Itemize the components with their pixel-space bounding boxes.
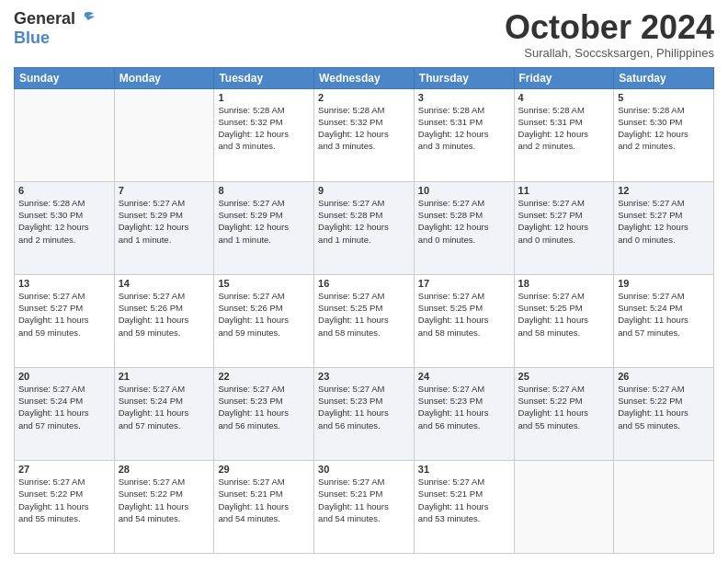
calendar-day-cell: 20Sunrise: 5:27 AM Sunset: 5:24 PM Dayli… [15,367,115,460]
weekday-header: Friday [514,67,614,88]
day-info: Sunrise: 5:27 AM Sunset: 5:21 PM Dayligh… [418,476,510,524]
calendar-day-cell: 7Sunrise: 5:27 AM Sunset: 5:29 PM Daylig… [114,181,214,274]
day-info: Sunrise: 5:28 AM Sunset: 5:32 PM Dayligh… [218,104,310,153]
day-number: 17 [418,278,510,289]
day-number: 24 [418,371,510,382]
day-number: 1 [218,92,310,103]
weekday-header: Wednesday [314,67,415,88]
day-number: 20 [18,371,110,382]
logo-bird-icon [77,11,97,28]
day-info: Sunrise: 5:27 AM Sunset: 5:26 PM Dayligh… [119,290,210,339]
calendar-day-cell: 17Sunrise: 5:27 AM Sunset: 5:25 PM Dayli… [414,274,514,367]
calendar-day-cell [514,460,614,553]
day-info: Sunrise: 5:27 AM Sunset: 5:23 PM Dayligh… [218,383,310,431]
day-number: 23 [318,371,410,382]
calendar-day-cell: 27Sunrise: 5:27 AM Sunset: 5:22 PM Dayli… [15,460,115,553]
day-number: 4 [518,92,610,103]
calendar-day-cell: 14Sunrise: 5:27 AM Sunset: 5:26 PM Dayli… [114,274,214,367]
calendar-day-cell: 9Sunrise: 5:27 AM Sunset: 5:28 PM Daylig… [314,181,415,274]
calendar-day-cell: 30Sunrise: 5:27 AM Sunset: 5:21 PM Dayli… [314,460,415,553]
calendar-day-cell [114,88,214,181]
day-number: 19 [618,278,710,289]
day-info: Sunrise: 5:28 AM Sunset: 5:31 PM Dayligh… [518,104,610,153]
day-info: Sunrise: 5:27 AM Sunset: 5:27 PM Dayligh… [518,197,610,246]
day-info: Sunrise: 5:27 AM Sunset: 5:23 PM Dayligh… [318,383,410,431]
day-number: 6 [18,185,110,196]
day-number: 30 [318,464,410,475]
day-info: Sunrise: 5:27 AM Sunset: 5:22 PM Dayligh… [119,476,210,524]
day-number: 26 [618,371,710,382]
day-info: Sunrise: 5:27 AM Sunset: 5:24 PM Dayligh… [18,383,110,431]
day-info: Sunrise: 5:28 AM Sunset: 5:30 PM Dayligh… [18,197,110,246]
calendar-day-cell: 16Sunrise: 5:27 AM Sunset: 5:25 PM Dayli… [314,274,415,367]
day-number: 28 [119,464,210,475]
calendar-day-cell: 31Sunrise: 5:27 AM Sunset: 5:21 PM Dayli… [414,460,514,553]
calendar-day-cell: 21Sunrise: 5:27 AM Sunset: 5:24 PM Dayli… [114,367,214,460]
weekday-header: Sunday [15,67,115,88]
calendar-day-cell: 28Sunrise: 5:27 AM Sunset: 5:22 PM Dayli… [114,460,214,553]
day-number: 15 [218,278,310,289]
calendar-header-row: SundayMondayTuesdayWednesdayThursdayFrid… [15,67,714,88]
day-number: 16 [318,278,410,289]
day-number: 14 [119,278,210,289]
day-info: Sunrise: 5:27 AM Sunset: 5:29 PM Dayligh… [218,197,310,246]
weekday-header: Monday [114,67,214,88]
calendar-week-row: 20Sunrise: 5:27 AM Sunset: 5:24 PM Dayli… [15,367,714,460]
day-number: 12 [618,185,710,196]
day-info: Sunrise: 5:28 AM Sunset: 5:30 PM Dayligh… [618,104,710,153]
calendar-day-cell [614,460,714,553]
day-number: 9 [318,185,410,196]
calendar-day-cell: 4Sunrise: 5:28 AM Sunset: 5:31 PM Daylig… [514,88,614,181]
calendar-week-row: 1Sunrise: 5:28 AM Sunset: 5:32 PM Daylig… [15,88,714,181]
logo-text: General Blue [14,9,75,48]
day-info: Sunrise: 5:27 AM Sunset: 5:24 PM Dayligh… [119,383,210,431]
location-subtitle: Surallah, Soccsksargen, Philippines [505,46,714,60]
calendar-day-cell: 29Sunrise: 5:27 AM Sunset: 5:21 PM Dayli… [214,460,314,553]
day-info: Sunrise: 5:27 AM Sunset: 5:22 PM Dayligh… [18,476,110,524]
calendar-day-cell: 24Sunrise: 5:27 AM Sunset: 5:23 PM Dayli… [414,367,514,460]
day-info: Sunrise: 5:27 AM Sunset: 5:23 PM Dayligh… [418,383,510,431]
day-number: 8 [218,185,310,196]
day-info: Sunrise: 5:27 AM Sunset: 5:27 PM Dayligh… [18,290,110,339]
day-info: Sunrise: 5:27 AM Sunset: 5:25 PM Dayligh… [318,290,410,339]
day-info: Sunrise: 5:27 AM Sunset: 5:26 PM Dayligh… [218,290,310,339]
day-number: 11 [518,185,610,196]
day-number: 27 [18,464,110,475]
calendar-day-cell: 23Sunrise: 5:27 AM Sunset: 5:23 PM Dayli… [314,367,415,460]
calendar-day-cell: 8Sunrise: 5:27 AM Sunset: 5:29 PM Daylig… [214,181,314,274]
calendar-day-cell: 10Sunrise: 5:27 AM Sunset: 5:28 PM Dayli… [414,181,514,274]
day-number: 25 [518,371,610,382]
calendar-day-cell: 1Sunrise: 5:28 AM Sunset: 5:32 PM Daylig… [214,88,314,181]
calendar-day-cell: 25Sunrise: 5:27 AM Sunset: 5:22 PM Dayli… [514,367,614,460]
day-number: 5 [618,92,710,103]
day-info: Sunrise: 5:27 AM Sunset: 5:22 PM Dayligh… [618,383,710,431]
calendar-table: SundayMondayTuesdayWednesdayThursdayFrid… [14,67,714,554]
calendar-day-cell: 26Sunrise: 5:27 AM Sunset: 5:22 PM Dayli… [614,367,714,460]
weekday-header: Thursday [414,67,514,88]
day-number: 21 [119,371,210,382]
calendar-day-cell: 11Sunrise: 5:27 AM Sunset: 5:27 PM Dayli… [514,181,614,274]
calendar-day-cell: 5Sunrise: 5:28 AM Sunset: 5:30 PM Daylig… [614,88,714,181]
day-number: 2 [318,92,410,103]
day-info: Sunrise: 5:27 AM Sunset: 5:21 PM Dayligh… [318,476,410,524]
calendar-day-cell: 6Sunrise: 5:28 AM Sunset: 5:30 PM Daylig… [15,181,115,274]
calendar-day-cell: 19Sunrise: 5:27 AM Sunset: 5:24 PM Dayli… [614,274,714,367]
calendar-day-cell: 13Sunrise: 5:27 AM Sunset: 5:27 PM Dayli… [15,274,115,367]
calendar-day-cell: 3Sunrise: 5:28 AM Sunset: 5:31 PM Daylig… [414,88,514,181]
day-info: Sunrise: 5:27 AM Sunset: 5:28 PM Dayligh… [418,197,510,246]
day-number: 3 [418,92,510,103]
calendar-week-row: 27Sunrise: 5:27 AM Sunset: 5:22 PM Dayli… [15,460,714,553]
header: General Blue October 2024 Surallah, Socc… [14,9,714,60]
weekday-header: Tuesday [214,67,314,88]
day-number: 10 [418,185,510,196]
day-info: Sunrise: 5:27 AM Sunset: 5:27 PM Dayligh… [618,197,710,246]
title-block: October 2024 Surallah, Soccsksargen, Phi… [505,9,714,60]
calendar-day-cell [15,88,115,181]
calendar-day-cell: 12Sunrise: 5:27 AM Sunset: 5:27 PM Dayli… [614,181,714,274]
calendar-day-cell: 18Sunrise: 5:27 AM Sunset: 5:25 PM Dayli… [514,274,614,367]
weekday-header: Saturday [614,67,714,88]
day-number: 7 [119,185,210,196]
day-info: Sunrise: 5:27 AM Sunset: 5:24 PM Dayligh… [618,290,710,339]
day-number: 18 [518,278,610,289]
day-info: Sunrise: 5:27 AM Sunset: 5:21 PM Dayligh… [218,476,310,524]
